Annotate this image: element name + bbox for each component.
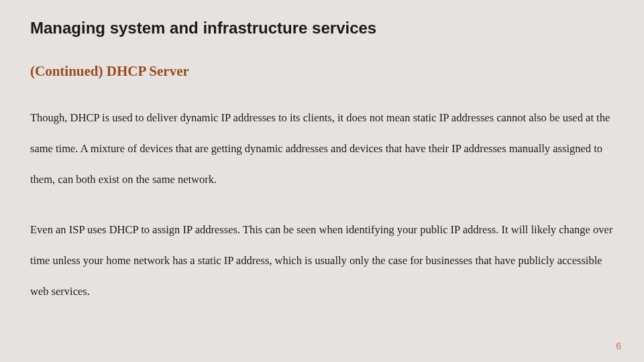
section-subtitle: (Continued) DHCP Server	[30, 63, 614, 80]
paragraph-2: Even an ISP uses DHCP to assign IP addre…	[30, 215, 614, 308]
slide-content: Managing system and infrastructure servi…	[0, 0, 644, 307]
paragraph-1: Though, DHCP is used to deliver dynamic …	[30, 103, 614, 196]
page-number: 6	[616, 341, 621, 351]
page-title: Managing system and infrastructure servi…	[30, 19, 614, 38]
